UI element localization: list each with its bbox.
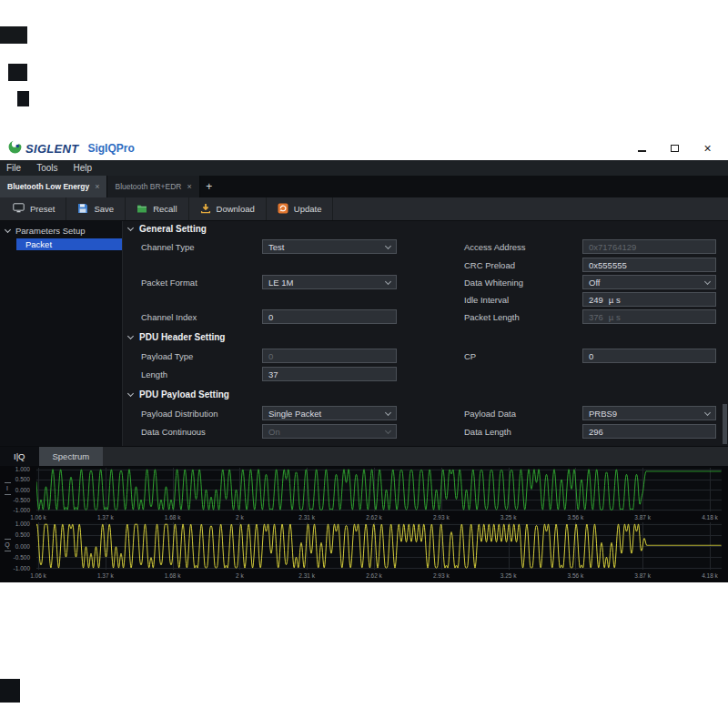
minimize-icon [638,150,646,152]
packet-format-select[interactable]: LE 1M [262,275,397,289]
menu-tools[interactable]: Tools [36,163,57,173]
field-label: Packet Format [141,278,197,288]
section-pdu-payload-setting[interactable]: PDU Payload Setting [128,389,229,399]
x-tick-label: 2.62 k [359,571,389,580]
document-tabbar: Bluetooth Low Energy × Bluetooth BR+EDR … [0,176,728,197]
select-value: LE 1M [268,278,293,288]
settings-row: Idle Interval 249 µ s [123,292,728,307]
x-tick-label: 1.06 k [24,571,53,580]
close-icon: × [703,143,711,155]
y-tick-label: -1.000 [14,565,30,571]
access-address-input[interactable]: 0x71764129 [582,239,716,254]
x-tick-label: 1.37 k [91,571,120,580]
menubar: File Tools Help [0,160,728,176]
input-value: 0x71764129 [589,242,636,252]
tab-iq[interactable]: I|Q [0,447,39,466]
minimize-button[interactable] [636,143,648,155]
new-tab-button[interactable]: + [200,176,218,197]
crc-preload-input[interactable]: 0x555555 [582,258,716,272]
tab-label: Bluetooth Low Energy [7,182,89,191]
settings-row: Channel Index 0 Packet Length 376 µ s [123,309,728,324]
data-length-input[interactable]: 296 [582,424,716,439]
data-whitening-select[interactable]: Off [582,275,716,289]
input-value: 0 [268,351,273,361]
input-value: 0 [268,312,273,322]
input-value: 296 [589,427,603,437]
y-tick-label: -0.500 [14,497,30,503]
recall-folder-icon [136,203,147,216]
field-label: Access Address [464,242,526,252]
y-tick-label: 0.000 [15,487,30,493]
desktop-artifact [0,26,27,44]
payload-data-select[interactable]: PRBS9 [582,406,716,420]
cp-input[interactable]: 0 [582,349,716,363]
close-button[interactable]: × [702,143,713,155]
section-general-setting[interactable]: General Setting [128,224,207,234]
select-value: On [268,427,280,437]
chevron-down-icon [704,410,711,416]
input-value: 0x555555 [589,260,627,270]
toolbar-button-label: Update [294,204,322,214]
chevron-down-icon [127,333,134,339]
desktop-artifact [8,64,27,81]
input-value: 0 [589,351,593,361]
x-tick-label: 2 k [225,571,254,580]
section-pdu-header-setting[interactable]: PDU Header Setting [128,332,225,342]
scrollbar-thumb[interactable] [723,404,727,444]
tab-bluetooth-low-energy[interactable]: Bluetooth Low Energy × [0,176,107,197]
chevron-down-icon [385,410,391,416]
y-tick-label: 1.000 [15,521,30,527]
chevron-down-icon [704,278,711,285]
field-label: Data Whitening [464,278,523,288]
tab-bluetooth-br-edr[interactable]: Bluetooth BR+EDR × [107,176,199,197]
x-axis: 1.06 k1.37 k1.68 k2 k2.31 k2.62 k2.93 k3… [0,571,728,580]
maximize-button[interactable] [669,143,681,155]
app-title: SigIQPro [87,142,134,155]
settings-panel: General Setting Channel Type Test Access… [123,221,728,446]
payload-distribution-select[interactable]: Single Packet [262,406,397,420]
chevron-down-icon [385,243,391,249]
idle-interval-input[interactable]: 249 µ s [582,292,716,307]
section-title: General Setting [139,224,207,234]
channel-index-input[interactable]: 0 [262,309,397,324]
tree-node-parameters-setup[interactable]: Parameters Setup [0,221,122,238]
chevron-down-icon [127,225,134,231]
tab-label: Spectrum [53,451,90,461]
y-axis: 1.0000.5000.000-0.500-1.000 [0,466,33,521]
x-tick-label: 3.56 k [561,571,590,580]
download-button[interactable]: Download [189,197,267,220]
tab-label: I|Q [14,451,25,461]
packet-length-input[interactable]: 376 µ s [582,309,716,324]
close-tab-icon[interactable]: × [95,182,99,191]
length-input[interactable]: 37 [262,367,397,381]
data-continuous-select[interactable]: On [262,424,397,439]
toolbar-button-label: Save [94,204,114,214]
download-arrow-icon [200,203,211,216]
select-value: Test [268,242,284,252]
y-tick-label: 0.500 [15,531,30,538]
tree-item-label: Packet [25,239,52,249]
waveform-chart-q: Q 1.0000.5000.000-0.500-1.000 1.06 k1.37… [0,521,728,582]
section-title: PDU Payload Setting [139,389,229,399]
maximize-icon [671,145,679,152]
close-tab-icon[interactable]: × [187,182,191,191]
settings-row: Payload Type 0 CP 0 [123,349,728,363]
field-label: Packet Length [464,312,520,322]
recall-button[interactable]: Recall [126,197,188,220]
field-label: Payload Distribution [141,409,218,419]
channel-type-select[interactable]: Test [262,239,397,254]
section-title: PDU Header Setting [139,332,225,342]
preset-button[interactable]: Preset [2,197,66,220]
field-label: Data Length [464,427,511,437]
field-label: Length [141,369,167,379]
tree-item-packet[interactable]: Packet [16,238,122,250]
tab-spectrum[interactable]: Spectrum [39,447,104,466]
payload-type-input[interactable]: 0 [262,349,397,363]
menu-file[interactable]: File [6,163,21,173]
x-tick-label: 1.68 k [158,571,187,580]
chevron-down-icon [5,227,11,233]
desktop-artifact [17,91,29,106]
menu-help[interactable]: Help [73,163,92,173]
update-button[interactable]: Update [267,197,334,220]
save-button[interactable]: Save [66,197,126,220]
